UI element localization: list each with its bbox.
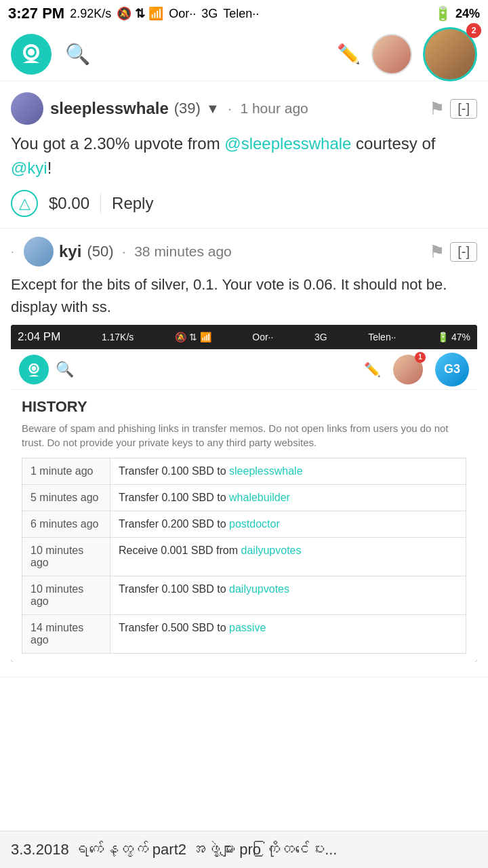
ss-nav: 🔍 ✏️ 1 G3 [11,349,477,390]
footer-divider [100,193,101,214]
post-avatar[interactable] [11,92,43,125]
ss-search-icon: 🔍 [56,361,74,378]
main-avatar-wrapper: 2 [423,27,477,81]
nested-flag-icon[interactable]: ⚑ [429,241,445,262]
upvote-button[interactable]: △ [11,190,38,217]
post-dot: · [228,99,232,118]
svg-point-3 [28,49,35,56]
table-row: 6 minutes ago Transfer 0.200 SBD to post… [22,511,466,538]
signal-icons: 🔕 ⇅ 📶 [117,6,163,21]
network-type: 3G [201,7,218,21]
user-avatar-small[interactable] [371,34,412,75]
ss-icons: 🔕 ⇅ 📶 [175,332,211,342]
ss-carrier1: Oor·· [252,332,273,342]
ss-edit-icon: ✏️ [364,361,381,378]
post-actions-right: ⚑ [-] [429,98,477,119]
row-action: Transfer 0.100 SBD to dailyupvotes [110,576,466,615]
screenshot-embed: 2:04 PM 1.17K/s 🔕 ⇅ 📶 Oor·· 3G Telen·· 🔋… [11,325,477,662]
row-link[interactable]: passive [229,622,266,633]
ss-content: HISTORY Beware of spam and phishing link… [11,390,477,662]
nested-dot2: · [122,242,127,261]
row-action: Transfer 0.100 SBD to whalebuilder [110,485,466,511]
bottom-bar: 3.3.2018 ရက်နေ့တွက် part2 အဖွဲ့များ pro … [0,831,488,868]
post-kyi: · kyi (50) · 38 minutes ago ⚑ [-] Except… [0,229,488,677]
status-bar: 3:27 PM 2.92K/s 🔕 ⇅ 📶 Oor·· 3G Telen·· 🔋… [0,0,488,27]
bottom-bar-text: 3.3.2018 ရက်နေ့တွက် part2 အဖွဲ့များ pro … [11,841,337,858]
nested-header: · kyi (50) · 38 minutes ago ⚑ [-] [11,237,477,267]
ss-network: 1.17K/s [102,332,134,342]
nested-username[interactable]: kyi [59,242,81,261]
row-time: 6 minutes ago [22,511,110,538]
row-time: 1 minute ago [22,458,110,485]
row-time: 14 minutes ago [22,615,110,654]
table-row: 5 minutes ago Transfer 0.100 SBD to whal… [22,485,466,511]
ss-network2: 3G [314,332,327,342]
battery-icon: 🔋 [434,5,451,22]
collapse-button[interactable]: [-] [450,99,477,119]
status-left: 3:27 PM 2.92K/s 🔕 ⇅ 📶 Oor·· 3G Telen·· [8,5,259,22]
ss-badge: 1 [415,352,426,363]
row-link[interactable]: dailyupvotes [229,583,289,595]
table-row: 1 minute ago Transfer 0.100 SBD to sleep… [22,458,466,485]
post-body: You got a 2.30% upvote from @sleeplesswh… [11,132,477,180]
nested-time: 38 minutes ago [134,243,232,260]
user-avatar-wrapper [371,34,412,75]
row-link[interactable]: whalebuilder [229,492,290,503]
post-text-part1: You got a 2.30% upvote from [11,134,224,153]
ss-time: 2:04 PM [18,330,60,344]
nested-body: Except for the bits of silver, 0.1. Your… [11,273,477,318]
sleeplesswhale-link[interactable]: @sleeplesswhale [224,134,351,153]
nested-user-info: kyi (50) · 38 minutes ago [59,242,424,261]
row-link[interactable]: postdoctor [229,518,280,530]
post-footer: △ $0.00 Reply [11,190,477,217]
ss-app-logo [19,355,49,384]
table-row: 10 minutes ago Receive 0.001 SBD from da… [22,538,466,576]
row-time: 10 minutes ago [22,538,110,576]
table-row: 14 minutes ago Transfer 0.500 SBD to pas… [22,615,466,654]
row-link[interactable]: dailyupvotes [241,545,302,556]
nested-avatar[interactable] [24,237,54,267]
network-info: 2.92K/s [70,7,111,21]
post-header: sleeplesswhale (39) ▼ · 1 hour ago ⚑ [-] [11,92,477,125]
flag-icon[interactable]: ⚑ [429,98,445,119]
nested-actions-right: ⚑ [-] [429,241,477,262]
ss-avatar-wrapper: 1 [393,355,423,384]
carrier1: Oor·· [169,7,196,21]
vote-value: $0.00 [49,194,89,213]
row-time: 10 minutes ago [22,576,110,615]
app-logo[interactable] [11,34,52,75]
notification-badge: 2 [466,23,481,38]
ss-history-table: 1 minute ago Transfer 0.100 SBD to sleep… [22,458,466,654]
kyi-link[interactable]: @kyi [11,159,47,177]
nested-rep: (50) [87,243,113,260]
nested-dot: · [11,245,14,259]
post-rep: (39) [174,100,201,117]
post-text-part3: ! [47,159,52,177]
post-sleeplesswhale: sleeplesswhale (39) ▼ · 1 hour ago ⚑ [-]… [0,81,488,229]
ss-carrier2: Telen·· [368,332,396,342]
edit-icon[interactable]: ✏️ [337,43,361,65]
top-nav: 🔍 ✏️ 2 [0,27,488,81]
post-user-info: sleeplesswhale (39) ▼ · 1 hour ago [50,99,422,118]
ss-avatar2: G3 [435,353,469,387]
ss-status-bar: 2:04 PM 1.17K/s 🔕 ⇅ 📶 Oor·· 3G Telen·· 🔋… [11,325,477,349]
search-icon[interactable]: 🔍 [65,42,90,66]
battery-percent: 24% [455,7,480,21]
reply-button[interactable]: Reply [112,194,153,213]
row-action: Receive 0.001 SBD from dailyupvotes [110,538,466,576]
row-action: Transfer 0.500 SBD to passive [110,615,466,654]
carrier2: Telen·· [223,7,259,21]
ss-warning: Beware of spam and phishing links in tra… [22,421,466,450]
table-row: 10 minutes ago Transfer 0.100 SBD to dai… [22,576,466,615]
time: 3:27 PM [8,5,64,22]
svg-point-7 [32,366,37,370]
post-time: 1 hour ago [240,100,308,117]
row-time: 5 minutes ago [22,485,110,511]
ss-history-title: HISTORY [22,398,466,416]
row-link[interactable]: sleeplesswhale [229,465,303,477]
status-right: 🔋 24% [434,5,480,22]
post-username[interactable]: sleeplesswhale [50,99,169,118]
dropdown-arrow-icon[interactable]: ▼ [206,101,220,117]
nav-right: ✏️ 2 [337,27,477,81]
nested-collapse-button[interactable]: [-] [450,242,477,262]
